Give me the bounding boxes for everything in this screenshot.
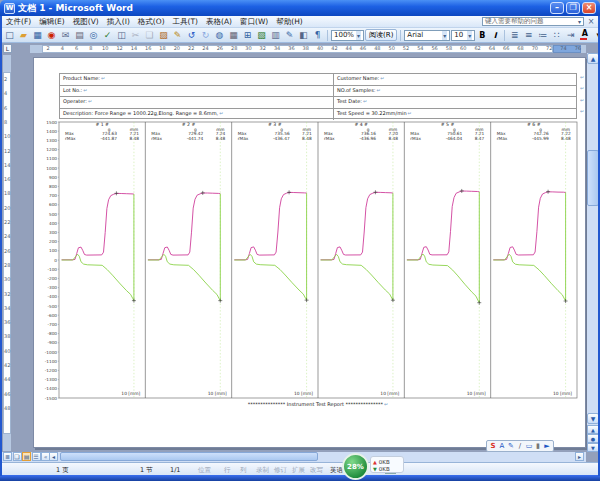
text-tool-icon[interactable]: A <box>498 442 506 451</box>
numbered-list-icon[interactable]: ≔ <box>536 29 549 42</box>
menu-item-4[interactable]: 格式(O) <box>134 17 169 26</box>
undo-icon[interactable]: ↺ <box>185 29 198 42</box>
menu-item-7[interactable]: 窗口(W) <box>236 17 272 26</box>
font-name-select[interactable]: Arial▾ <box>404 30 450 41</box>
h-ruler-number: 72 <box>546 45 552 51</box>
pen-tool-icon[interactable]: ✎ <box>507 442 515 451</box>
print-preview-icon[interactable]: ◎ <box>87 29 100 42</box>
insert-excel-icon[interactable]: ▧ <box>255 29 268 42</box>
close-button[interactable]: × <box>582 2 596 14</box>
window-title: 文档 1 - Microsoft Word <box>18 2 133 15</box>
outline-view-button[interactable]: ☰ <box>32 452 41 461</box>
menu-item-0[interactable]: 文件(F) <box>2 17 35 26</box>
help-question-input[interactable]: 键入需要帮助的问题 ▾ <box>482 17 584 26</box>
h-ruler-number: 60 <box>460 45 466 51</box>
v-ruler-number: 34 <box>4 305 10 311</box>
panel-x-axis-label: 10 [mm] <box>208 391 227 396</box>
spelling-icon[interactable]: ✓ <box>101 29 114 42</box>
y-axis-tick-label: 900 <box>49 175 57 180</box>
chevron-down-icon[interactable]: ▾ <box>578 18 581 25</box>
document-close-icon[interactable]: × <box>586 17 596 26</box>
font-color-button[interactable]: A <box>578 29 591 42</box>
h-ruler-number: 54 <box>417 45 423 51</box>
panel-rmax-g: -464.04 <box>446 136 463 141</box>
minimize-button[interactable]: – <box>550 2 564 14</box>
h-ruler-number: 4 <box>61 45 64 51</box>
panel-rmax-g: -445.99 <box>532 136 549 141</box>
web-layout-view-button[interactable]: ❏ <box>13 452 22 461</box>
v-ruler-number: 32 <box>4 291 10 297</box>
h-ruler-number: 74 <box>560 45 566 51</box>
capture-icon[interactable]: S <box>489 442 497 451</box>
cell-description: Description: Force Range = 1000.22g,Elon… <box>63 110 218 116</box>
justify-icon[interactable]: ≣ <box>508 29 521 42</box>
y-axis-tick-label: -1200 <box>45 368 58 373</box>
panel-rmax-mm: 8.48 <box>561 136 571 141</box>
menu-item-8[interactable]: 帮助(H) <box>272 17 307 26</box>
restore-button[interactable]: ❐ <box>566 2 580 14</box>
scroll-right-icon[interactable]: ▸ <box>575 452 584 461</box>
horizontal-scrollbar[interactable]: ≣❏▤☰« ◂ ▸ <box>0 452 586 462</box>
show-hide-icon[interactable]: ¶ <box>311 29 324 42</box>
research-icon[interactable]: ◫ <box>115 29 128 42</box>
indent-icon[interactable]: ⇥ <box>564 29 577 42</box>
italic-button[interactable]: I <box>489 29 501 41</box>
menu-item-1[interactable]: 编辑(E) <box>35 17 69 26</box>
document-map-icon[interactable]: ◧ <box>297 29 310 42</box>
h-ruler-number: 32 <box>260 45 266 51</box>
bold-button[interactable]: B <box>476 29 488 41</box>
print-layout-view-button[interactable]: ▤ <box>22 452 31 461</box>
copy-icon[interactable]: ❏ <box>143 29 156 42</box>
menu-item-2[interactable]: 视图(V) <box>69 17 103 26</box>
insert-table-icon[interactable]: ⊞ <box>241 29 254 42</box>
drawing-icon[interactable]: ✎ <box>283 29 296 42</box>
print-icon[interactable]: ▤ <box>73 29 86 42</box>
cell-lot-no: Lot No.: <box>63 87 82 93</box>
cut-icon[interactable]: ✂ <box>129 29 142 42</box>
open-icon[interactable]: ▰ <box>17 29 30 42</box>
table-row: Lot No.:↵ NO.of Samples:↵ <box>60 86 576 98</box>
bullet-list-icon[interactable]: ∷ <box>550 29 563 42</box>
status-item-0: 1 页 <box>56 466 69 475</box>
panel-x-axis-label: 10 [mm] <box>294 391 313 396</box>
menu-item-5[interactable]: 工具(T) <box>169 17 202 26</box>
h-ruler-number: 42 <box>331 45 337 51</box>
menu-item-6[interactable]: 表格(A) <box>202 17 236 26</box>
hyperlink-icon[interactable]: ◍ <box>213 29 226 42</box>
highlight-tool-icon[interactable]: ▮ <box>534 442 542 451</box>
save-icon[interactable]: ▦ <box>31 29 44 42</box>
y-axis-tick-label: 800 <box>49 184 57 189</box>
zoom-select[interactable]: 100%▾ <box>331 30 364 41</box>
new-document-icon[interactable]: □ <box>3 29 16 42</box>
line-spacing-icon[interactable]: ≡ <box>522 29 535 42</box>
document-page[interactable]: Product Name:↵ Customer Name:↵ Lot No.:↵… <box>33 57 586 448</box>
y-axis-tick-label: -1500 <box>45 396 58 401</box>
word-window: W 文档 1 - Microsoft Word – ❐ × 文件(F)编辑(E)… <box>0 0 600 481</box>
panel-rmax-g: -441.74 <box>187 136 204 141</box>
upload-arrow-icon: ▲ <box>373 459 377 465</box>
columns-icon[interactable]: ▥ <box>269 29 282 42</box>
font-size-select[interactable]: 10▾ <box>451 30 475 41</box>
line-tool-icon[interactable]: ∕ <box>516 442 524 451</box>
panel-row-header: rMax <box>151 136 162 141</box>
permission-icon[interactable]: ◉ <box>45 29 58 42</box>
tab-selector[interactable]: L <box>3 44 12 53</box>
tables-borders-icon[interactable]: ▦ <box>227 29 240 42</box>
network-monitor-badge[interactable]: 28% <box>342 453 369 480</box>
paste-icon[interactable]: ▨ <box>157 29 170 42</box>
read-layout-button[interactable]: 阅读(R) <box>365 29 397 41</box>
y-axis-tick-label: -1400 <box>45 386 58 391</box>
v-ruler-number: 48 <box>4 405 10 411</box>
redo-icon[interactable]: ↻ <box>199 29 212 42</box>
status-item-1: 1 节 <box>140 466 153 475</box>
h-ruler-number: 44 <box>346 45 352 51</box>
email-icon[interactable]: ✉ <box>59 29 72 42</box>
rect-tool-icon[interactable]: ▭ <box>525 442 533 451</box>
format-painter-icon[interactable]: ✎ <box>171 29 184 42</box>
menu-item-3[interactable]: 插入(I) <box>103 17 134 26</box>
cell-test-speed: Test Speed = 30.22mm/min <box>337 110 407 116</box>
normal-view-button[interactable]: ≣ <box>3 452 12 461</box>
scroll-left-icon[interactable]: ◂ <box>49 452 58 461</box>
horizontal-scroll-thumb[interactable] <box>60 452 318 461</box>
arrow-tool-icon[interactable]: ► <box>543 442 551 451</box>
